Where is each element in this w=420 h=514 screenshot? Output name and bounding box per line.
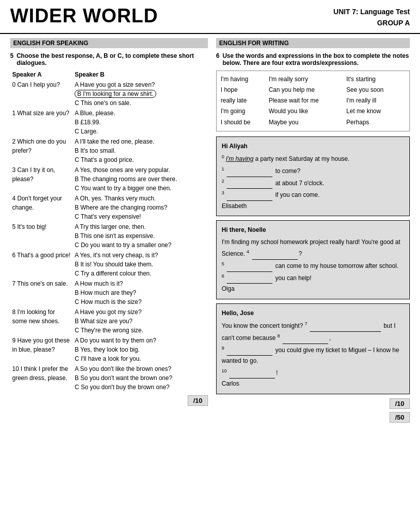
letter-noelle-line-3: 6 you can help! (222, 272, 404, 284)
left-column: ENGLISH FOR SPEAKING 5 Choose the best r… (10, 38, 208, 426)
table-row: 10 I think I prefer the green dress, ple… (10, 364, 208, 392)
score-left: /10 (10, 395, 208, 406)
blank-2[interactable] (227, 178, 272, 189)
blank-8[interactable] (283, 332, 328, 344)
word-cell: Can you help me (269, 85, 346, 95)
table-row: 3 Can I try it on, please? A Yes, those … (10, 165, 208, 193)
group-label: GROUP A (333, 17, 410, 28)
word-cell: I'm really ill (346, 95, 405, 106)
speaker-a-2: 2 Which one do you prefer? (10, 136, 73, 165)
word-cell: I'm really sorry (269, 74, 346, 85)
blank-1[interactable] (227, 165, 272, 177)
speaker-a-4: 4 Don't forget your change. (10, 193, 73, 222)
score-left-badge: /10 (188, 395, 208, 406)
letter-aliyah-sign: Elisabeth (222, 201, 404, 212)
left-section-header: ENGLISH FOR SPEAKING (10, 38, 208, 48)
letter-noelle-line-1: I'm finding my school homework project r… (222, 237, 404, 260)
score-right-50: /50 (216, 412, 410, 423)
blank-4[interactable] (252, 248, 298, 260)
blank-5[interactable] (227, 260, 272, 272)
blank-3[interactable] (227, 189, 272, 201)
right-column: ENGLISH FOR WRITING 6 Use the words and … (216, 38, 410, 426)
table-row: 6 That's a good price! A Yes, it's not v… (10, 250, 208, 279)
speaker-b-7: A How much is it? B How much are they? C… (73, 279, 208, 307)
col-a-header: Speaker A (10, 70, 73, 80)
letter-aliyah-greeting: Hi Aliyah (222, 141, 404, 152)
speaker-b-0: A Have you got a size seven? B I'm looki… (73, 80, 208, 108)
word-box: I'm having I'm really sorry It's startin… (216, 71, 410, 131)
speaker-b-9: A Do you want to try them on? B Yes, the… (73, 335, 208, 364)
filled-answer-0: I'm having (226, 155, 253, 162)
letter-noelle-sign: Olga (222, 284, 404, 295)
letter-noelle-greeting: Hi there, Noelle (222, 225, 404, 236)
letter-jose-greeting: Hello, Jose (222, 308, 404, 319)
blank-10[interactable] (229, 367, 275, 379)
table-row: 8 I'm looking for some new shoes. A Have… (10, 307, 208, 335)
speaker-b-6: A Yes, it's not very cheap, is it? B It … (73, 250, 208, 279)
word-cell: Would you like (269, 106, 346, 117)
speaker-b-4: A Oh, yes. Thanks very much. B Where are… (73, 193, 208, 222)
word-cell: Let me know (346, 106, 405, 117)
letter-aliyah-line-0: 0 I'm having a party next Saturday at my… (222, 153, 404, 165)
speaker-a-8: 8 I'm looking for some new shoes. (10, 307, 73, 335)
letter-aliyah-line-3: 3 if you can come. (222, 189, 404, 201)
word-cell: See you soon (346, 85, 405, 95)
circled-answer: B I'm looking for a new shirt. (75, 90, 156, 98)
question-6-num: 6 (216, 52, 220, 66)
word-table: I'm having I'm really sorry It's startin… (221, 74, 405, 128)
score-right-10-badge: /10 (390, 398, 410, 409)
letter-aliyah: Hi Aliyah 0 I'm having a party next Satu… (216, 136, 410, 217)
speaker-b-1: A Blue, please. B £18.99. C Large. (73, 108, 208, 136)
letter-aliyah-line-1: 1 to come? (222, 165, 404, 177)
table-row: 0 Can I help you? A Have you got a size … (10, 80, 208, 108)
question-5-num: 5 (10, 52, 14, 66)
question-5-block: 5 Choose the best response, A, B or C, t… (10, 52, 208, 392)
letter-noelle-line-2: 5 can come to my house tomorrow after sc… (222, 260, 404, 272)
header-right: UNIT 7: Language Test GROUP A (333, 6, 410, 29)
speaker-a-1: 1 What size are you? (10, 108, 73, 136)
score-right-50-badge: /50 (390, 412, 410, 423)
letter-jose-line-3: 10 ! (222, 367, 404, 379)
table-row: 1 What size are you? A Blue, please. B £… (10, 108, 208, 136)
speaker-a-9: 9 Have you got these in blue, please? (10, 335, 73, 364)
letter-jose-sign: Carlos (222, 379, 404, 390)
right-section-header: ENGLISH FOR WRITING (216, 38, 410, 48)
letter-jose: Hello, Jose You know the concert tonight… (216, 303, 410, 394)
main-content: ENGLISH FOR SPEAKING 5 Choose the best r… (0, 34, 420, 430)
blank-7[interactable] (310, 320, 381, 332)
logo: WIDER WORLD (10, 6, 158, 25)
word-cell: I'm having (221, 74, 269, 85)
table-row: 9 Have you got these in blue, please? A … (10, 335, 208, 364)
col-b-header: Speaker B (73, 70, 208, 80)
word-cell: I hope (221, 85, 269, 95)
speaker-a-0: 0 Can I help you? (10, 80, 73, 108)
speaker-a-7: 7 This one's on sale. (10, 279, 73, 307)
word-cell: I should be (221, 117, 269, 128)
speaker-a-10: 10 I think I prefer the green dress, ple… (10, 364, 73, 392)
speaker-a-5: 5 It's too big! (10, 222, 73, 250)
unit-title: UNIT 7: Language Test (333, 6, 410, 17)
speaker-a-6: 6 That's a good price! (10, 250, 73, 279)
word-cell: Perhaps (346, 117, 405, 128)
speaker-b-5: A Try this larger one, then. B This one … (73, 222, 208, 250)
letter-jose-line-2: 9 you could give my ticket to Miguel – I… (222, 344, 404, 367)
question-5-text: Choose the best response, A, B or C, to … (17, 52, 208, 66)
score-right-10: /10 (216, 398, 410, 409)
letter-jose-line-1: You know the concert tonight? 7 but I ca… (222, 320, 404, 344)
speaker-b-10: A So you don't like the brown ones? B So… (73, 364, 208, 392)
speaker-b-8: A Have you got my size? B What size are … (73, 307, 208, 335)
table-row: 7 This one's on sale. A How much is it? … (10, 279, 208, 307)
word-cell: really late (221, 95, 269, 106)
page: WIDER WORLD UNIT 7: Language Test GROUP … (0, 0, 420, 514)
word-cell: Please wait for me (269, 95, 346, 106)
table-row: 4 Don't forget your change. A Oh, yes. T… (10, 193, 208, 222)
blank-6[interactable] (227, 272, 272, 284)
question-6-text: Use the words and expressions in the box… (223, 52, 410, 66)
table-row: 5 It's too big! A Try this larger one, t… (10, 222, 208, 250)
speaker-a-3: 3 Can I try it on, please? (10, 165, 73, 193)
header: WIDER WORLD UNIT 7: Language Test GROUP … (0, 0, 420, 34)
blank-9[interactable] (227, 345, 272, 356)
letter-noelle: Hi there, Noelle I'm finding my school h… (216, 220, 410, 299)
word-cell: I'm going (221, 106, 269, 117)
speaker-b-3: A Yes, those ones are very popular. B Th… (73, 165, 208, 193)
